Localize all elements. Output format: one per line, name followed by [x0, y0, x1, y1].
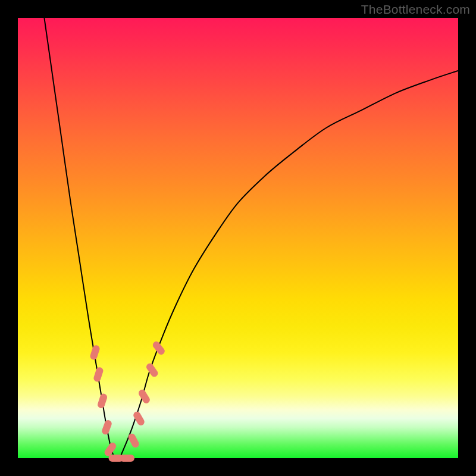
data-marker [89, 345, 101, 361]
bottleneck-curve [44, 18, 458, 459]
data-marker [101, 419, 113, 436]
chart-svg [18, 18, 458, 458]
data-marker [151, 340, 166, 356]
data-marker [137, 389, 151, 405]
data-marker [93, 367, 104, 383]
watermark-text: TheBottleneck.com [361, 2, 470, 17]
data-marker [132, 411, 146, 427]
data-marker [145, 362, 159, 378]
data-marker [97, 393, 108, 409]
data-marker [120, 455, 134, 462]
